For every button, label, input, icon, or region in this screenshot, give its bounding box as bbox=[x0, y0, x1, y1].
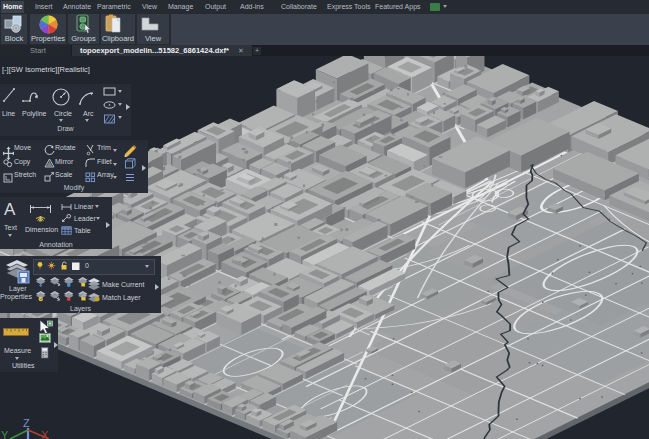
svg-text:Z: Z bbox=[23, 417, 30, 429]
svg-text:Y: Y bbox=[1, 429, 9, 439]
svg-text:X: X bbox=[41, 429, 49, 439]
